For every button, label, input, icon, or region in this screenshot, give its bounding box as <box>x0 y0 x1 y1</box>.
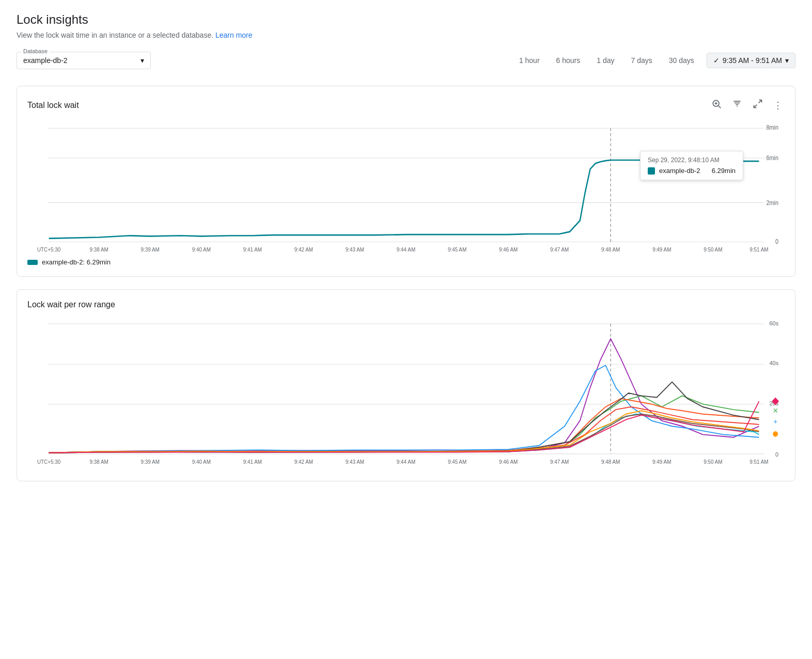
svg-text:9:50 AM: 9:50 AM <box>704 459 722 465</box>
tooltip-value: 6.29min <box>712 167 736 175</box>
tooltip-row: example-db-2 6.29min <box>648 167 736 175</box>
svg-text:9:43 AM: 9:43 AM <box>346 246 364 252</box>
selected-time-range[interactable]: ✓ 9:35 AM - 9:51 AM ▾ <box>707 53 795 68</box>
svg-text:9:46 AM: 9:46 AM <box>499 459 518 465</box>
chart1-actions: ⋮ <box>709 97 785 114</box>
tooltip-date: Sep 29, 2022, 9:48:10 AM <box>648 156 736 164</box>
svg-text:9:44 AM: 9:44 AM <box>397 459 415 465</box>
svg-text:9:38 AM: 9:38 AM <box>90 246 108 252</box>
svg-text:9:51 AM: 9:51 AM <box>749 246 768 252</box>
legend-label: example-db-2: 6.29min <box>42 258 111 266</box>
svg-text:9:44 AM: 9:44 AM <box>397 246 415 252</box>
svg-text:9:42 AM: 9:42 AM <box>294 459 313 465</box>
filter-button[interactable] <box>730 97 744 114</box>
svg-point-61 <box>773 431 778 437</box>
svg-text:✕: ✕ <box>773 406 778 415</box>
svg-text:40s: 40s <box>770 360 779 366</box>
svg-text:60s: 60s <box>770 320 779 326</box>
chart1-svg: 8min 6min 2min 0 UTC+5:30 9:38 AM 9:39 A… <box>27 120 785 254</box>
svg-text:9:41 AM: 9:41 AM <box>243 459 262 465</box>
svg-text:9:40 AM: 9:40 AM <box>192 459 211 465</box>
svg-text:8min: 8min <box>767 124 779 131</box>
total-lock-wait-card: Total lock wait <box>17 86 795 277</box>
time-range-controls: 1 hour 6 hours 1 day 7 days 30 days ✓ 9:… <box>515 53 795 68</box>
database-value: example-db-2 <box>23 56 68 65</box>
svg-text:9:49 AM: 9:49 AM <box>652 246 671 252</box>
chart1-legend: example-db-2: 6.29min <box>27 258 785 266</box>
svg-text:9:48 AM: 9:48 AM <box>601 459 620 465</box>
chart2-container: 60s 40s 20s 0 UTC+5:30 9:38 AM 9:39 AM 9… <box>27 316 785 470</box>
page-title: Lock insights <box>17 12 795 27</box>
svg-text:9:42 AM: 9:42 AM <box>294 246 313 252</box>
svg-text:9:41 AM: 9:41 AM <box>243 246 262 252</box>
svg-line-1 <box>719 106 721 108</box>
time-range-30days[interactable]: 30 days <box>665 54 698 67</box>
legend-swatch <box>27 260 38 265</box>
controls-row: Database example-db-2 ▾ 1 hour 6 hours 1… <box>17 52 795 69</box>
dropdown-arrow-icon: ▾ <box>785 56 789 65</box>
svg-text:9:49 AM: 9:49 AM <box>652 459 671 465</box>
svg-text:9:45 AM: 9:45 AM <box>448 246 466 252</box>
chart2-header: Lock wait per row range <box>27 300 785 309</box>
zoom-button[interactable] <box>709 97 724 114</box>
svg-text:9:46 AM: 9:46 AM <box>499 246 518 252</box>
svg-text:9:48 AM: 9:48 AM <box>601 246 620 252</box>
svg-text:9:39 AM: 9:39 AM <box>141 459 160 465</box>
svg-text:UTC+5:30: UTC+5:30 <box>37 246 61 252</box>
svg-text:9:50 AM: 9:50 AM <box>704 246 722 252</box>
tooltip-series: example-db-2 <box>659 167 700 175</box>
svg-text:9:39 AM: 9:39 AM <box>141 246 160 252</box>
more-button[interactable]: ⋮ <box>771 98 785 113</box>
time-range-1hour[interactable]: 1 hour <box>515 54 544 67</box>
svg-line-9 <box>754 105 757 108</box>
svg-text:9:40 AM: 9:40 AM <box>192 246 211 252</box>
time-range-6hours[interactable]: 6 hours <box>552 54 585 67</box>
database-selector[interactable]: Database example-db-2 ▾ <box>17 52 151 69</box>
svg-text:+: + <box>773 418 777 426</box>
svg-text:9:38 AM: 9:38 AM <box>90 459 108 465</box>
page-subtitle: View the lock wait time in an instance o… <box>17 31 795 39</box>
chart1-tooltip: Sep 29, 2022, 9:48:10 AM example-db-2 6.… <box>640 151 743 180</box>
learn-more-link[interactable]: Learn more <box>215 31 253 39</box>
svg-text:0: 0 <box>775 239 778 245</box>
chart1-title: Total lock wait <box>27 101 79 110</box>
svg-text:2min: 2min <box>767 199 779 206</box>
chart2-title: Lock wait per row range <box>27 300 115 309</box>
lock-wait-per-row-range-card: Lock wait per row range 60s 40s 20s 0 UT… <box>17 289 795 481</box>
tooltip-swatch <box>648 167 655 175</box>
svg-text:0: 0 <box>775 451 778 458</box>
chart2-svg: 60s 40s 20s 0 UTC+5:30 9:38 AM 9:39 AM 9… <box>27 316 785 470</box>
database-label: Database <box>21 48 50 54</box>
checkmark-icon: ✓ <box>713 56 720 65</box>
time-range-7days[interactable]: 7 days <box>627 54 657 67</box>
svg-text:9:47 AM: 9:47 AM <box>550 246 569 252</box>
selected-range-label: 9:35 AM - 9:51 AM <box>723 56 782 65</box>
svg-text:9:45 AM: 9:45 AM <box>448 459 466 465</box>
svg-text:9:47 AM: 9:47 AM <box>550 459 569 465</box>
chart1-container: 8min 6min 2min 0 UTC+5:30 9:38 AM 9:39 A… <box>27 120 785 254</box>
time-range-1day[interactable]: 1 day <box>592 54 618 67</box>
svg-text:9:51 AM: 9:51 AM <box>749 459 768 465</box>
expand-button[interactable] <box>751 97 765 114</box>
dropdown-arrow-icon: ▾ <box>140 56 144 65</box>
svg-text:9:43 AM: 9:43 AM <box>346 459 364 465</box>
svg-text:6min: 6min <box>767 155 779 162</box>
svg-text:UTC+5:30: UTC+5:30 <box>37 459 61 465</box>
svg-line-8 <box>759 100 762 103</box>
chart1-header: Total lock wait <box>27 97 785 114</box>
